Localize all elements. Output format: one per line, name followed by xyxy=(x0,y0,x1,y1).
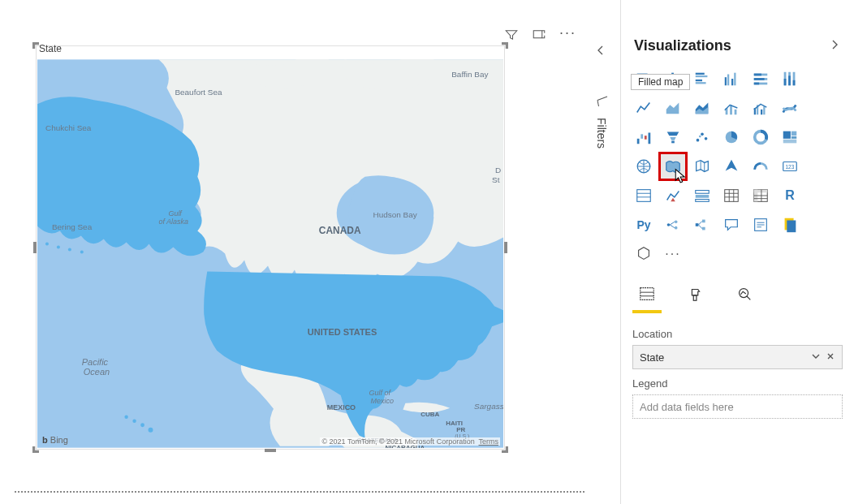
svg-rect-57 xyxy=(784,79,787,85)
expand-panel-icon[interactable] xyxy=(828,38,841,54)
svg-text:Beaufort Sea: Beaufort Sea xyxy=(175,88,222,97)
svg-rect-112 xyxy=(702,220,705,223)
svg-text:UNITED STATES: UNITED STATES xyxy=(308,327,377,337)
viz-funnel[interactable] xyxy=(658,123,688,152)
svg-rect-70 xyxy=(640,134,643,139)
svg-text:Bering Sea: Bering Sea xyxy=(52,222,93,231)
svg-text:Gulf of: Gulf of xyxy=(369,389,392,397)
viz-kpi[interactable] xyxy=(658,181,688,210)
svg-point-6 xyxy=(57,246,60,249)
viz-slicer[interactable] xyxy=(688,181,717,210)
svg-rect-44 xyxy=(696,80,702,81)
visual-title: State xyxy=(39,43,62,54)
viz-treemap[interactable] xyxy=(775,123,804,152)
location-field-chip[interactable]: State xyxy=(640,351,664,364)
viz-clustered-bar[interactable] xyxy=(688,64,717,93)
resize-handle-s[interactable] xyxy=(265,449,276,452)
viz-gauge[interactable] xyxy=(746,152,775,181)
tab-format[interactable] xyxy=(681,285,710,313)
svg-text:MEXICO: MEXICO xyxy=(327,403,356,411)
viz-pie[interactable] xyxy=(717,123,746,152)
report-canvas: ··· State xyxy=(0,0,584,504)
svg-point-8 xyxy=(80,251,84,254)
viz-table[interactable] xyxy=(717,181,746,210)
viz-azure-map[interactable] xyxy=(717,152,746,181)
svg-point-77 xyxy=(699,136,701,138)
viz-waterfall[interactable] xyxy=(629,123,658,152)
svg-text:CANADA: CANADA xyxy=(319,225,361,236)
svg-point-76 xyxy=(705,137,708,140)
svg-text:Sargass: Sargass xyxy=(474,402,503,411)
chevron-down-icon[interactable] xyxy=(811,351,821,364)
svg-rect-69 xyxy=(637,139,640,144)
viz-line[interactable]: Filled map xyxy=(629,93,658,123)
filled-map-visual[interactable]: State xyxy=(36,45,505,450)
svg-point-12 xyxy=(149,428,153,433)
visualization-gallery: Filled map 123 R xyxy=(621,62,854,239)
focus-mode-icon[interactable] xyxy=(532,28,546,45)
viz-line-clustered-column[interactable] xyxy=(746,93,775,123)
svg-point-74 xyxy=(697,139,700,142)
viz-r-visual[interactable]: R xyxy=(775,181,804,210)
viz-shape-map[interactable] xyxy=(688,152,717,181)
resize-handle-w[interactable] xyxy=(33,242,37,253)
panel-title: Visualizations xyxy=(634,37,828,54)
viz-key-influencers[interactable] xyxy=(658,210,688,239)
svg-rect-0 xyxy=(533,31,542,38)
viz-scatter[interactable] xyxy=(688,123,717,152)
viz-python[interactable]: Py xyxy=(629,210,658,239)
viz-narrative[interactable] xyxy=(746,210,775,239)
location-well-label: Location xyxy=(632,328,843,340)
more-visuals-menu[interactable]: ··· xyxy=(658,239,688,269)
svg-text:Gulf: Gulf xyxy=(168,209,183,218)
svg-rect-46 xyxy=(725,77,727,85)
svg-rect-113 xyxy=(702,227,705,230)
viz-matrix[interactable] xyxy=(746,181,775,210)
viz-line-stacked-column[interactable] xyxy=(717,93,746,123)
map-viewport[interactable]: Beaufort Sea Baffin Bay Chukchi Sea Beri… xyxy=(37,59,503,448)
viz-paginated[interactable] xyxy=(775,210,804,239)
viz-clustered-column[interactable] xyxy=(717,64,746,93)
svg-text:Ocean: Ocean xyxy=(84,367,110,377)
viz-map[interactable] xyxy=(629,152,658,181)
viz-stacked-area[interactable] xyxy=(688,93,717,123)
resize-handle-e[interactable] xyxy=(504,242,507,253)
bing-logo: b Bing xyxy=(42,435,68,445)
tab-analytics[interactable] xyxy=(730,285,759,313)
svg-rect-45 xyxy=(696,82,706,84)
svg-rect-59 xyxy=(788,75,791,85)
viz-100-stacked-bar[interactable] xyxy=(746,64,775,93)
filters-pane-collapsed: Filters xyxy=(588,0,620,504)
tab-fields[interactable] xyxy=(632,285,662,313)
legend-well[interactable]: Add data fields here xyxy=(632,394,843,419)
viz-multi-row-card[interactable] xyxy=(629,181,658,210)
viz-card[interactable]: 123 xyxy=(775,152,804,181)
svg-line-105 xyxy=(670,222,675,225)
get-more-visuals[interactable] xyxy=(629,239,658,269)
svg-point-75 xyxy=(701,133,704,136)
viz-qna[interactable] xyxy=(717,210,746,239)
viz-filled-map[interactable] xyxy=(658,152,688,181)
viz-donut[interactable] xyxy=(746,123,775,152)
resize-handle-nw[interactable] xyxy=(32,42,39,49)
svg-rect-67 xyxy=(761,110,762,114)
filters-label[interactable]: Filters xyxy=(595,118,608,149)
location-well[interactable]: State xyxy=(632,345,843,369)
svg-text:CUBA: CUBA xyxy=(421,411,439,418)
viz-area[interactable] xyxy=(658,93,688,123)
terms-link[interactable]: Terms xyxy=(479,437,499,446)
legend-placeholder: Add data fields here xyxy=(640,401,734,413)
svg-text:123: 123 xyxy=(786,164,795,170)
remove-field-icon[interactable] xyxy=(826,351,835,364)
svg-rect-51 xyxy=(754,74,761,76)
viz-decomposition[interactable] xyxy=(688,210,717,239)
svg-point-11 xyxy=(140,423,144,427)
viz-100-stacked-column[interactable] xyxy=(775,64,804,93)
filter-icon[interactable] xyxy=(504,28,519,45)
viz-ribbon[interactable] xyxy=(775,93,804,123)
svg-text:Chukchi Sea: Chukchi Sea xyxy=(45,123,92,132)
filters-icon[interactable] xyxy=(595,99,610,111)
expand-filters-icon[interactable] xyxy=(594,44,607,59)
more-options-icon[interactable]: ··· xyxy=(559,24,576,41)
svg-text:PR: PR xyxy=(456,426,465,433)
